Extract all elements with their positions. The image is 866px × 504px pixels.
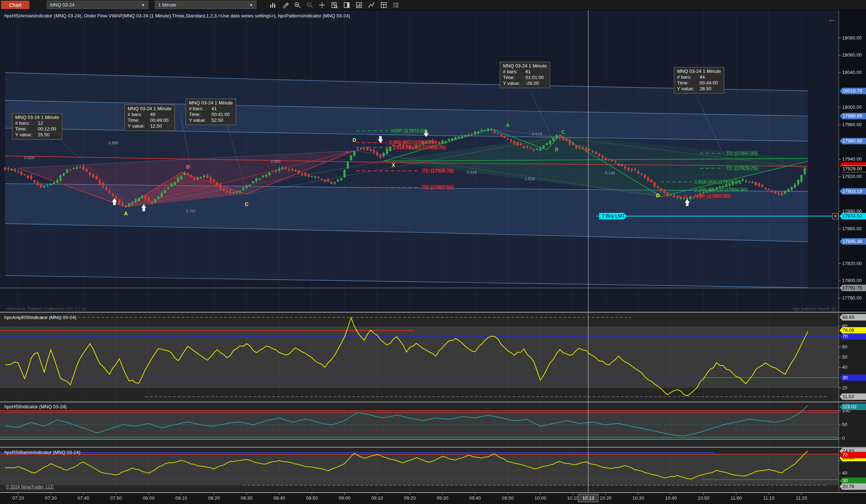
pencil-icon bbox=[281, 1, 289, 9]
chart-trader-button[interactable] bbox=[353, 0, 365, 10]
chart-title: hpcHSIArrowsIndicator (MNQ 03-24), Order… bbox=[4, 13, 350, 18]
zigzag-line-icon bbox=[368, 1, 375, 9]
bar-type-button[interactable] bbox=[267, 0, 279, 10]
chevron-down-icon: ▼ bbox=[249, 3, 253, 7]
ninjatrader-chart-window: HOP: (17973.00)2.000 (BC) (17959.25)1.41… bbox=[0, 0, 866, 504]
panel-title-rsi-bamm: hpcRSIBammIndicator (MNQ 03-24) bbox=[4, 450, 81, 455]
zoom-out-button[interactable] bbox=[304, 0, 316, 10]
data-box-button[interactable] bbox=[328, 0, 341, 10]
interval-dropdown[interactable]: 1 Minute ▼ bbox=[155, 1, 256, 9]
crosshair-icon bbox=[318, 1, 326, 9]
panel-title-amp-rsi: hpcAmpRSIIndicator (MNQ 03-24) bbox=[4, 315, 77, 320]
order-close-button[interactable]: ✕ bbox=[832, 213, 838, 219]
split-panel-icon bbox=[343, 1, 350, 9]
draw-button[interactable] bbox=[279, 0, 291, 10]
split-panel-button[interactable] bbox=[341, 0, 353, 10]
panel-title-hsi: hpcHSIIndicator (MNQ 03-24) bbox=[4, 404, 67, 409]
toolbar: Chart MNQ 03-24 ▼ 1 Minute ▼ bbox=[0, 0, 866, 10]
harmonic-watermark: Harmonic Pattern Collection v20.12.16 bbox=[6, 306, 87, 311]
zoom-out-icon bbox=[306, 1, 313, 9]
zoom-in-icon bbox=[294, 1, 301, 9]
list-button[interactable] bbox=[390, 0, 402, 10]
scroll-to-latest-arrow-icon[interactable]: ← bbox=[828, 15, 836, 23]
interval-dropdown-value: 1 Minute bbox=[158, 2, 176, 8]
properties-button[interactable] bbox=[378, 0, 390, 10]
copyright-label: © 2024 NinjaTrader, LLC bbox=[6, 484, 54, 489]
tab-chart[interactable]: Chart bbox=[1, 1, 29, 9]
patterns-found-label: hpc patterns found: [6] bbox=[747, 306, 836, 311]
instrument-dropdown[interactable]: MNQ 03-24 ▼ bbox=[47, 1, 148, 9]
bar-chart-icon bbox=[269, 1, 276, 9]
data-box-icon bbox=[331, 1, 338, 9]
chart-trader-icon bbox=[355, 1, 363, 9]
properties-grid-icon bbox=[380, 1, 387, 9]
zoom-in-button[interactable] bbox=[291, 0, 304, 10]
instrument-dropdown-value: MNQ 03-24 bbox=[50, 2, 74, 8]
crosshair-button[interactable] bbox=[316, 0, 328, 10]
chart-canvas bbox=[0, 0, 866, 504]
regression-button[interactable] bbox=[365, 0, 378, 10]
buy-limit-order-badge[interactable]: 2 Buy LMT bbox=[599, 213, 627, 219]
list-icon bbox=[392, 1, 400, 9]
chevron-down-icon: ▼ bbox=[141, 3, 145, 7]
